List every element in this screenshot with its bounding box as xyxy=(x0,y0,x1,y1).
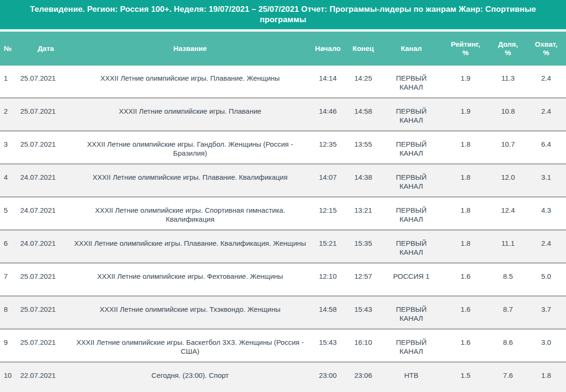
cell-start-time: 23:00 xyxy=(310,363,345,392)
cell-end-time: 15:43 xyxy=(345,297,381,328)
cell-start-time: 14:07 xyxy=(310,165,345,196)
cell-start-time: 15:21 xyxy=(310,231,345,262)
cell-rating: 1.6 xyxy=(441,264,490,295)
cell-reach: 3.0 xyxy=(526,330,566,361)
cell-channel: ПЕРВЫЙ КАНАЛ xyxy=(381,297,441,328)
cell-reach: 2.4 xyxy=(526,66,566,97)
cell-rating: 1.8 xyxy=(441,198,490,229)
header-cell-share: Доля, % xyxy=(490,32,526,66)
cell-rating: 1.6 xyxy=(441,330,490,361)
cell-row-number: 2 xyxy=(0,99,18,130)
table-row: 6 24.07.2021 XXXII Летние олимпийские иг… xyxy=(0,231,566,264)
cell-rating: 1.8 xyxy=(441,132,490,163)
cell-title: XXXII Летние олимпийские игры. Плавание.… xyxy=(70,231,310,262)
cell-share: 10.7 xyxy=(490,132,526,163)
cell-date: 25.07.2021 xyxy=(18,99,70,130)
cell-title: XXXII Летние олимпийские игры. Спортивна… xyxy=(70,198,310,229)
cell-share: 12.0 xyxy=(490,165,526,196)
cell-rating: 1.9 xyxy=(441,66,490,97)
cell-share: 7.6 xyxy=(490,363,526,392)
cell-title: XXXII Летние олимпийские игры. Плавание xyxy=(70,99,310,130)
cell-title: XXXII Летние олимпийские игры. Баскетбол… xyxy=(70,330,310,361)
cell-reach: 5.0 xyxy=(526,264,566,295)
header-cell-end: Конец xyxy=(345,32,381,66)
cell-end-time: 14:25 xyxy=(345,66,381,97)
cell-title: Сегодня. (23:00). Спорт xyxy=(70,363,310,392)
header-cell-rating: Рейтинг, % xyxy=(441,32,490,66)
header-cell-start: Начало xyxy=(310,32,345,66)
table-row: 10 22.07.2021 Сегодня. (23:00). Спорт 23… xyxy=(0,363,566,392)
cell-rating: 1.6 xyxy=(441,297,490,328)
cell-channel: ПЕРВЫЙ КАНАЛ xyxy=(381,99,441,130)
cell-title: XXXII Летние олимпийские игры. Плавание.… xyxy=(70,165,310,196)
cell-end-time: 14:38 xyxy=(345,165,381,196)
table-row: 8 25.07.2021 XXXII Летние олимпийские иг… xyxy=(0,297,566,330)
cell-date: 25.07.2021 xyxy=(18,330,70,361)
cell-rating: 1.9 xyxy=(441,99,490,130)
cell-channel: ПЕРВЫЙ КАНАЛ xyxy=(381,165,441,196)
cell-share: 12.4 xyxy=(490,198,526,229)
table-row: 5 24.07.2021 XXXII Летние олимпийские иг… xyxy=(0,198,566,231)
cell-title: XXXII Летние олимпийские игры. Фехтовани… xyxy=(70,264,310,295)
cell-row-number: 6 xyxy=(0,231,18,262)
header-cell-reach: Охват, % xyxy=(526,32,566,66)
cell-title: XXXII Летние олимпийские игры. Плавание.… xyxy=(70,66,310,97)
cell-end-time: 13:21 xyxy=(345,198,381,229)
table-header-row: № Дата Название Начало Конец Канал Рейти… xyxy=(0,32,566,66)
cell-date: 24.07.2021 xyxy=(18,231,70,262)
cell-share: 10.8 xyxy=(490,99,526,130)
cell-row-number: 10 xyxy=(0,363,18,392)
table-row: 1 25.07.2021 XXXII Летние олимпийские иг… xyxy=(0,66,566,99)
cell-start-time: 14:58 xyxy=(310,297,345,328)
table-row: 7 25.07.2021 XXXII Летние олимпийские иг… xyxy=(0,264,566,297)
cell-row-number: 7 xyxy=(0,264,18,295)
cell-channel: ПЕРВЫЙ КАНАЛ xyxy=(381,231,441,262)
table-row: 2 25.07.2021 XXXII Летние олимпийские иг… xyxy=(0,99,566,132)
cell-start-time: 14:46 xyxy=(310,99,345,130)
cell-end-time: 23:06 xyxy=(345,363,381,392)
header-cell-num: № xyxy=(0,32,18,66)
cell-end-time: 14:58 xyxy=(345,99,381,130)
cell-reach: 3.1 xyxy=(526,165,566,196)
report-title: Телевидение. Регион: Россия 100+. Неделя… xyxy=(14,4,552,25)
cell-title: XXXII Летние олимпийские игры. Тхэквондо… xyxy=(70,297,310,328)
cell-title: XXXII Летние олимпийские игры. Гандбол. … xyxy=(70,132,310,163)
cell-date: 25.07.2021 xyxy=(18,264,70,295)
cell-rating: 1.8 xyxy=(441,231,490,262)
cell-channel: ПЕРВЫЙ КАНАЛ xyxy=(381,66,441,97)
cell-share: 8.5 xyxy=(490,264,526,295)
results-table: № Дата Название Начало Конец Канал Рейти… xyxy=(0,32,566,392)
table-row: 9 25.07.2021 XXXII Летние олимпийские иг… xyxy=(0,330,566,363)
cell-share: 8.6 xyxy=(490,330,526,361)
cell-end-time: 13:55 xyxy=(345,132,381,163)
cell-share: 11.3 xyxy=(490,66,526,97)
cell-end-time: 15:35 xyxy=(345,231,381,262)
report-title-bar: Телевидение. Регион: Россия 100+. Неделя… xyxy=(0,0,566,29)
cell-date: 24.07.2021 xyxy=(18,165,70,196)
cell-end-time: 16:10 xyxy=(345,330,381,361)
cell-reach: 1.8 xyxy=(526,363,566,392)
cell-start-time: 14:14 xyxy=(310,66,345,97)
cell-date: 25.07.2021 xyxy=(18,132,70,163)
cell-row-number: 9 xyxy=(0,330,18,361)
header-cell-channel: Канал xyxy=(381,32,441,66)
cell-channel: ПЕРВЫЙ КАНАЛ xyxy=(381,198,441,229)
cell-row-number: 4 xyxy=(0,165,18,196)
cell-channel: НТВ xyxy=(381,363,441,392)
header-cell-date: Дата xyxy=(18,32,70,66)
cell-date: 24.07.2021 xyxy=(18,198,70,229)
cell-row-number: 1 xyxy=(0,66,18,97)
cell-share: 8.7 xyxy=(490,297,526,328)
cell-rating: 1.5 xyxy=(441,363,490,392)
cell-start-time: 12:10 xyxy=(310,264,345,295)
cell-date: 22.07.2021 xyxy=(18,363,70,392)
cell-reach: 2.4 xyxy=(526,99,566,130)
cell-channel: ПЕРВЫЙ КАНАЛ xyxy=(381,132,441,163)
cell-share: 11.1 xyxy=(490,231,526,262)
cell-end-time: 12:57 xyxy=(345,264,381,295)
cell-start-time: 12:15 xyxy=(310,198,345,229)
cell-row-number: 3 xyxy=(0,132,18,163)
cell-channel: ПЕРВЫЙ КАНАЛ xyxy=(381,330,441,361)
cell-reach: 3.7 xyxy=(526,297,566,328)
cell-date: 25.07.2021 xyxy=(18,66,70,97)
